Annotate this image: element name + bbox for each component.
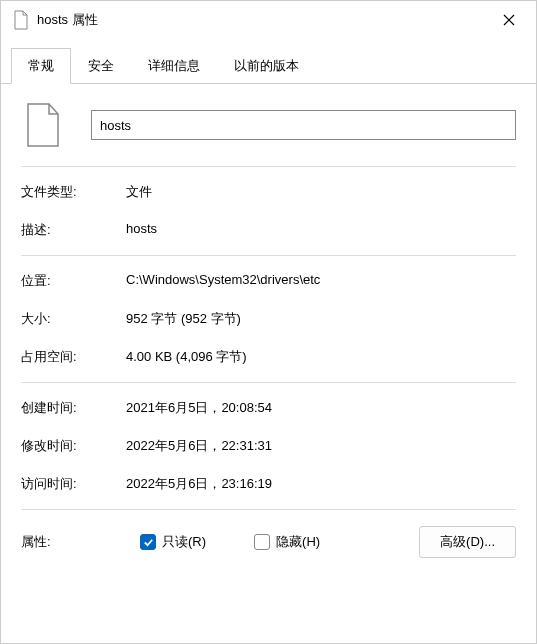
description-value: hosts bbox=[126, 221, 516, 239]
titlebar: hosts 属性 bbox=[1, 1, 536, 39]
row-accessed: 访问时间: 2022年5月6日，23:16:19 bbox=[21, 465, 516, 503]
file-header bbox=[21, 102, 516, 148]
window-title: hosts 属性 bbox=[37, 11, 494, 29]
row-size: 大小: 952 字节 (952 字节) bbox=[21, 300, 516, 338]
modified-value: 2022年5月6日，22:31:31 bbox=[126, 437, 516, 455]
hidden-checkbox[interactable]: 隐藏(H) bbox=[254, 533, 320, 551]
divider bbox=[21, 509, 516, 510]
filetype-label: 文件类型: bbox=[21, 183, 126, 201]
tabs: 常规 安全 详细信息 以前的版本 bbox=[1, 47, 536, 84]
row-size-on-disk: 占用空间: 4.00 KB (4,096 字节) bbox=[21, 338, 516, 376]
row-attributes: 属性: 只读(R) 隐藏(H) 高级(D)... bbox=[21, 516, 516, 568]
close-button[interactable] bbox=[494, 5, 524, 35]
checkbox-checked-icon bbox=[140, 534, 156, 550]
size-on-disk-value: 4.00 KB (4,096 字节) bbox=[126, 348, 516, 366]
filetype-value: 文件 bbox=[126, 183, 516, 201]
row-created: 创建时间: 2021年6月5日，20:08:54 bbox=[21, 389, 516, 427]
attributes-label: 属性: bbox=[21, 533, 126, 551]
row-location: 位置: C:\Windows\System32\drivers\etc bbox=[21, 262, 516, 300]
accessed-label: 访问时间: bbox=[21, 475, 126, 493]
modified-label: 修改时间: bbox=[21, 437, 126, 455]
divider bbox=[21, 166, 516, 167]
divider bbox=[21, 382, 516, 383]
row-modified: 修改时间: 2022年5月6日，22:31:31 bbox=[21, 427, 516, 465]
file-icon bbox=[13, 10, 29, 30]
size-value: 952 字节 (952 字节) bbox=[126, 310, 516, 328]
accessed-value: 2022年5月6日，23:16:19 bbox=[126, 475, 516, 493]
size-on-disk-label: 占用空间: bbox=[21, 348, 126, 366]
readonly-checkbox[interactable]: 只读(R) bbox=[140, 533, 206, 551]
readonly-label: 只读(R) bbox=[162, 533, 206, 551]
divider bbox=[21, 255, 516, 256]
properties-window: hosts 属性 常规 安全 详细信息 以前的版本 文件类型: 文件 bbox=[0, 0, 537, 644]
location-value: C:\Windows\System32\drivers\etc bbox=[126, 272, 516, 290]
row-filetype: 文件类型: 文件 bbox=[21, 173, 516, 211]
file-icon-large bbox=[25, 102, 61, 148]
created-label: 创建时间: bbox=[21, 399, 126, 417]
row-description: 描述: hosts bbox=[21, 211, 516, 249]
advanced-button[interactable]: 高级(D)... bbox=[419, 526, 516, 558]
hidden-label: 隐藏(H) bbox=[276, 533, 320, 551]
tab-previous-versions[interactable]: 以前的版本 bbox=[217, 48, 316, 84]
filename-input[interactable] bbox=[91, 110, 516, 140]
tab-details[interactable]: 详细信息 bbox=[131, 48, 217, 84]
description-label: 描述: bbox=[21, 221, 126, 239]
close-icon bbox=[503, 14, 515, 26]
tab-security[interactable]: 安全 bbox=[71, 48, 131, 84]
content-panel: 文件类型: 文件 描述: hosts 位置: C:\Windows\System… bbox=[1, 84, 536, 643]
location-label: 位置: bbox=[21, 272, 126, 290]
created-value: 2021年6月5日，20:08:54 bbox=[126, 399, 516, 417]
size-label: 大小: bbox=[21, 310, 126, 328]
checkbox-unchecked-icon bbox=[254, 534, 270, 550]
tab-general[interactable]: 常规 bbox=[11, 48, 71, 84]
